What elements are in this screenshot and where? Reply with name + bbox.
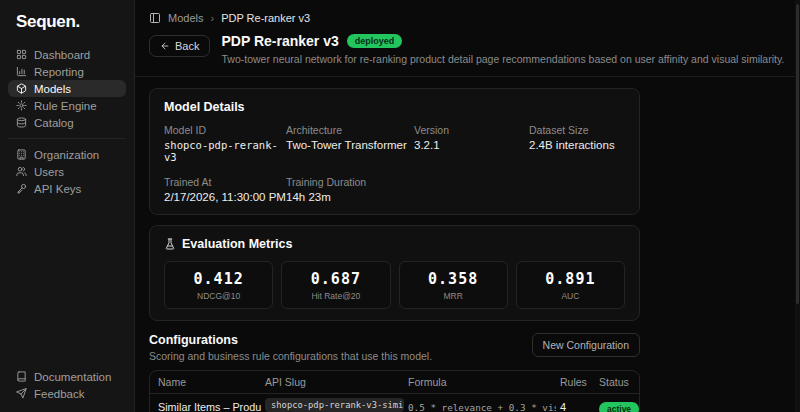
sidebar-item-label: Catalog	[34, 117, 74, 129]
page-header: Back PDP Re-ranker v3 deployed Two-tower…	[135, 25, 800, 77]
catalog-icon	[16, 117, 27, 128]
configurations-section: Configurations Scoring and business rule…	[149, 331, 640, 412]
model-details-grid: Model ID shopco-pdp-rerank-v3 Architectu…	[164, 124, 625, 203]
sidebar-item-label: Models	[34, 83, 71, 95]
content-column: Model Details Model ID shopco-pdp-rerank…	[135, 77, 654, 412]
model-details-card: Model Details Model ID shopco-pdp-rerank…	[149, 88, 640, 215]
feedback-icon	[16, 388, 27, 399]
configurations-heading: Configurations Scoring and business rule…	[149, 333, 432, 362]
config-rules-count: 4	[560, 401, 595, 412]
sidebar-item-documentation[interactable]: Documentation	[8, 368, 126, 385]
main-content: Models › PDP Re-ranker v3 Back PDP Re-ra…	[135, 0, 800, 412]
col-rules: Rules	[560, 376, 595, 388]
model-details-title: Model Details	[164, 100, 625, 114]
sidebar: Sequen. Dashboard Reporting Models Rule …	[0, 0, 135, 412]
metrics-row: 0.412 NDCG@10 0.687 Hit Rate@20 0.358 MR…	[164, 261, 625, 309]
scrollbar[interactable]	[795, 0, 800, 412]
sidebar-item-users[interactable]: Users	[8, 163, 126, 180]
sidebar-divider	[8, 138, 126, 139]
metric-hit-rate20: 0.687 Hit Rate@20	[281, 261, 390, 309]
api-slug-chip: shopco-pdp-rerank-v3-similar-prod	[265, 398, 404, 412]
sidebar-nav-org: Organization Users API Keys	[0, 146, 134, 197]
col-name: Name	[158, 376, 261, 388]
api-keys-icon	[16, 183, 27, 194]
breadcrumb-parent[interactable]: Models	[168, 12, 203, 24]
new-configuration-button[interactable]: New Configuration	[532, 333, 640, 357]
field-architecture: Architecture Two-Tower Transformer	[286, 124, 414, 163]
configurations-subtitle: Scoring and business rule configurations…	[149, 350, 432, 362]
field-model-id: Model ID shopco-pdp-rerank-v3	[164, 124, 286, 163]
title-block: PDP Re-ranker v3 deployed Two-tower neur…	[221, 33, 784, 65]
sidebar-nav-main: Dashboard Reporting Models Rule Engine C…	[0, 46, 134, 131]
field-label: Trained At	[164, 176, 286, 188]
sidebar-spacer	[0, 197, 134, 368]
table-row[interactable]: Similar Items – Production shopco-pdp-re…	[150, 394, 639, 412]
config-formula: 0.5 * relevance + 0.3 * visual_simi…	[408, 402, 556, 412]
sidebar-item-organization[interactable]: Organization	[8, 146, 126, 163]
field-label: Training Duration	[286, 176, 414, 188]
users-icon	[16, 166, 27, 177]
app-window: Sequen. Dashboard Reporting Models Rule …	[0, 0, 800, 412]
metric-label: NDCG@10	[165, 291, 272, 301]
arrow-left-icon	[160, 41, 170, 51]
back-label: Back	[175, 40, 199, 52]
field-dataset-size: Dataset Size 2.4B interactions	[529, 124, 625, 163]
configurations-title: Configurations	[149, 333, 432, 347]
reporting-icon	[16, 66, 27, 77]
metric-label: AUC	[517, 291, 624, 301]
sidebar-item-feedback[interactable]: Feedback	[8, 385, 126, 402]
evaluation-metrics-card: Evaluation Metrics 0.412 NDCG@10 0.687 H…	[149, 225, 640, 321]
config-status-pill: active	[599, 402, 639, 412]
sidebar-item-label: Users	[34, 166, 64, 178]
sidebar-item-dashboard[interactable]: Dashboard	[8, 46, 126, 63]
evaluation-metrics-title: Evaluation Metrics	[182, 237, 292, 251]
field-version: Version 3.2.1	[414, 124, 529, 163]
sidebar-item-label: Dashboard	[34, 49, 90, 61]
field-label: Model ID	[164, 124, 286, 136]
col-api-slug: API Slug	[265, 376, 404, 388]
metric-label: Hit Rate@20	[282, 291, 389, 301]
organization-icon	[16, 149, 27, 160]
field-label: Version	[414, 124, 529, 136]
sidebar-item-label: Organization	[34, 149, 99, 161]
breadcrumb-current: PDP Re-ranker v3	[221, 12, 310, 24]
sidebar-item-reporting[interactable]: Reporting	[8, 63, 126, 80]
field-training-duration: Training Duration 14h 23m	[286, 176, 414, 203]
field-value: 2.4B interactions	[529, 139, 625, 151]
dashboard-icon	[16, 49, 27, 60]
brand-logo: Sequen.	[0, 10, 134, 46]
field-trained-at: Trained At 2/17/2026, 11:30:00 PM	[164, 176, 286, 203]
field-value: shopco-pdp-rerank-v3	[164, 139, 286, 163]
field-label: Dataset Size	[529, 124, 625, 136]
scrollbar-thumb[interactable]	[796, 4, 799, 304]
configurations-table: Name API Slug Formula Rules Status Simil…	[149, 370, 640, 412]
rule-engine-icon	[16, 100, 27, 111]
metric-label: MRR	[400, 291, 507, 301]
field-label: Architecture	[286, 124, 414, 136]
sidebar-item-models[interactable]: Models	[8, 80, 126, 97]
sidebar-toggle-icon[interactable]	[149, 12, 161, 24]
sidebar-item-catalog[interactable]: Catalog	[8, 114, 126, 131]
back-button[interactable]: Back	[149, 35, 210, 57]
documentation-icon	[16, 371, 27, 382]
sidebar-item-api-keys[interactable]: API Keys	[8, 180, 126, 197]
col-formula: Formula	[408, 376, 556, 388]
metric-mrr: 0.358 MRR	[399, 261, 508, 309]
status-badge: deployed	[347, 34, 403, 49]
flask-icon	[164, 238, 176, 250]
metric-value: 0.358	[400, 270, 507, 288]
field-value: 3.2.1	[414, 139, 529, 151]
page-title: PDP Re-ranker v3	[221, 33, 338, 49]
col-status: Status	[599, 376, 640, 388]
sidebar-nav-footer: Documentation Feedback	[0, 368, 134, 402]
sidebar-item-label: Documentation	[34, 371, 111, 383]
field-value: 2/17/2026, 11:30:00 PM	[164, 191, 286, 203]
metric-value: 0.687	[282, 270, 389, 288]
metric-auc: 0.891 AUC	[516, 261, 625, 309]
sidebar-item-label: Feedback	[34, 388, 85, 400]
breadcrumb: Models › PDP Re-ranker v3	[135, 0, 800, 25]
field-value: Two-Tower Transformer	[286, 139, 414, 151]
metric-ndcg10: 0.412 NDCG@10	[164, 261, 273, 309]
sidebar-item-rule-engine[interactable]: Rule Engine	[8, 97, 126, 114]
sidebar-item-label: Rule Engine	[34, 100, 97, 112]
